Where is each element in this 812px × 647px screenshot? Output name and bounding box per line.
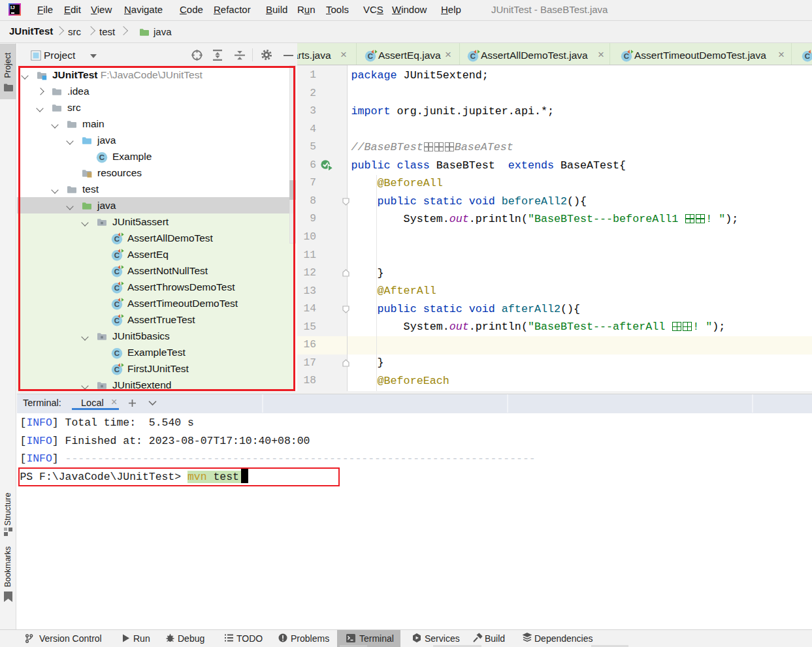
svg-text:C: C <box>624 52 629 60</box>
svg-text:C: C <box>470 52 476 60</box>
svg-text:C: C <box>368 52 373 60</box>
svg-text:C: C <box>805 52 810 60</box>
